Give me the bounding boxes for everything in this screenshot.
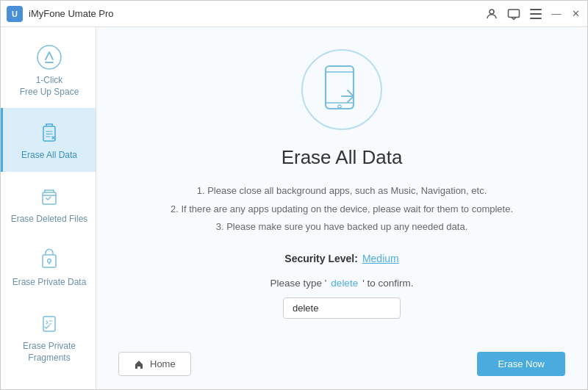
erase-all-data-label: Erase All Data: [21, 150, 77, 162]
svg-point-16: [48, 259, 51, 263]
svg-rect-2: [530, 9, 542, 10]
menu-icon[interactable]: [528, 7, 543, 21]
user-icon[interactable]: [484, 7, 499, 21]
security-level-label: Security Level:: [284, 253, 358, 264]
erase-private-fragments-icon: [35, 309, 63, 337]
content-area: Erase All Data 1. Please close all backg…: [96, 27, 587, 390]
erase-private-data-label: Erase Private Data: [12, 277, 87, 289]
security-level-value[interactable]: Medium: [362, 253, 399, 264]
confirm-word: delete: [331, 278, 358, 289]
erase-private-data-icon: [35, 245, 63, 273]
page-title: Erase All Data: [282, 146, 403, 169]
erase-deleted-files-icon: [35, 182, 63, 210]
erase-now-button[interactable]: Erase Now: [477, 352, 565, 376]
title-bar-controls: — ✕: [484, 7, 581, 21]
sidebar-item-erase-private-data[interactable]: Erase Private Data: [1, 235, 96, 299]
delete-confirm-input[interactable]: [283, 297, 401, 319]
instruction-3: 3. Please make sure you have backed up a…: [171, 218, 513, 236]
erase-now-label: Erase Now: [498, 358, 545, 369]
sidebar-item-free-up-space[interactable]: 1-Click Free Up Space: [1, 33, 96, 108]
svg-point-0: [490, 10, 494, 14]
free-up-space-icon: [35, 43, 63, 71]
instruction-2: 2. If there are any apps updating on the…: [171, 201, 513, 219]
sidebar-item-erase-all-data[interactable]: Erase All Data: [1, 108, 96, 172]
confirm-text-before: Please type ': [270, 278, 326, 289]
free-up-space-label: 1-Click Free Up Space: [20, 75, 79, 98]
svg-rect-1: [509, 10, 520, 18]
title-bar: U iMyFone Umate Pro — ✕: [1, 1, 587, 27]
home-button-label: Home: [150, 358, 176, 369]
home-button[interactable]: Home: [118, 352, 191, 376]
security-level-row: Security Level: Medium: [284, 253, 398, 264]
main-layout: 1-Click Free Up Space Erase All Data: [1, 27, 587, 390]
svg-rect-3: [530, 13, 542, 15]
phone-icon-circle: [301, 49, 382, 130]
erase-deleted-files-label: Erase Deleted Files: [11, 214, 88, 225]
sidebar-item-erase-deleted-files[interactable]: Erase Deleted Files: [1, 172, 96, 236]
svg-point-22: [338, 105, 341, 108]
instruction-1: 1. Please close all background apps, suc…: [171, 182, 513, 201]
bottom-bar: Home Erase Now: [96, 352, 587, 376]
erase-private-fragments-label: Erase Private Fragments: [9, 341, 90, 364]
sidebar: 1-Click Free Up Space Erase All Data: [1, 27, 96, 390]
svg-rect-4: [530, 18, 542, 19]
confirm-text-after: ' to confirm.: [362, 278, 413, 289]
sidebar-item-erase-private-fragments[interactable]: Erase Private Fragments: [1, 299, 96, 374]
svg-rect-15: [43, 255, 56, 267]
confirm-row: Please type 'delete' to confirm.: [270, 278, 413, 289]
erase-all-data-icon: [35, 118, 63, 146]
close-button[interactable]: ✕: [570, 8, 581, 20]
instructions: 1. Please close all background apps, suc…: [171, 182, 513, 236]
svg-point-5: [37, 46, 61, 69]
title-bar-left: U iMyFone Umate Pro: [7, 6, 114, 22]
chat-icon[interactable]: [506, 7, 521, 21]
minimize-button[interactable]: —: [551, 8, 562, 20]
app-logo: U: [7, 6, 23, 22]
app-title: iMyFone Umate Pro: [29, 8, 114, 19]
